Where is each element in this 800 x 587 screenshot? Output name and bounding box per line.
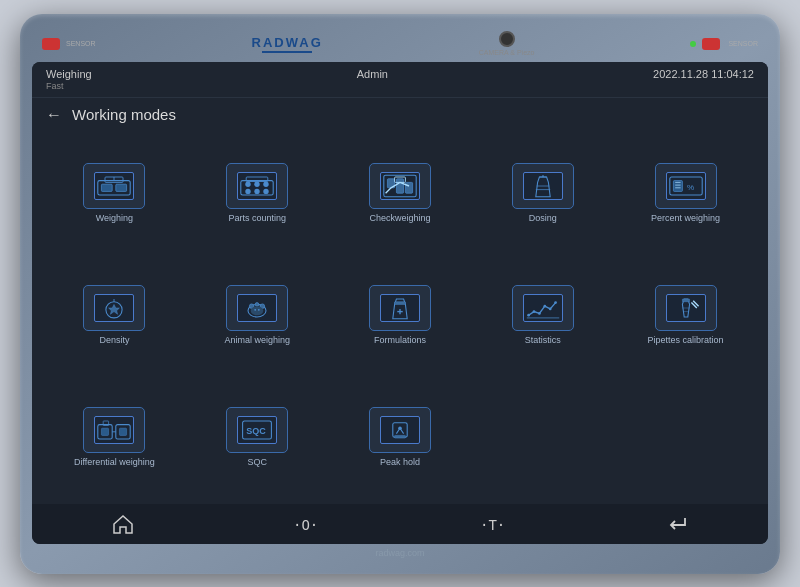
screen-header: Weighing Fast Admin 2022.11.28 11:04:12 [32,62,768,98]
svg-point-40 [527,314,530,317]
mode-icon-differential [83,407,145,453]
sensor-indicator-right [702,38,720,50]
svg-point-8 [263,182,268,187]
svg-rect-3 [102,184,113,191]
svg-point-41 [532,310,535,313]
mode-checkweighing[interactable]: Checkweighing [332,136,469,252]
mode-differential[interactable]: Differential weighing [46,380,183,496]
modes-grid: Weighing [32,132,768,504]
mode-formulations[interactable]: Formulations [332,258,469,374]
mode-label-dosing: Dosing [529,213,557,224]
header-datetime: 2022.11.28 11:04:12 [653,68,754,80]
header-left: Weighing Fast [46,68,92,91]
svg-point-43 [543,305,546,308]
brand-logo: RADWAG [252,35,323,50]
svg-text:·O·: ·O· [293,517,318,533]
mode-icon-formulations [369,285,431,331]
svg-point-10 [254,189,259,194]
mode-icon-peak [369,407,431,453]
svg-point-45 [554,301,557,304]
mode-label-animal: Animal weighing [224,335,290,346]
svg-point-33 [255,303,259,307]
mode-label-parts: Parts counting [228,213,286,224]
page-title: Working modes [72,106,176,123]
mode-label-sqc: SQC [247,457,267,468]
svg-point-44 [549,308,552,311]
mode-label-density: Density [99,335,129,346]
svg-point-11 [263,189,268,194]
svg-rect-15 [396,179,403,193]
svg-point-6 [245,182,250,187]
mode-label-formulations: Formulations [374,335,426,346]
svg-text:·T·: ·T· [480,517,505,533]
screen-title-bar: ← Working modes [32,98,768,132]
mode-icon-parts [226,163,288,209]
device-frame: SENSOR RADWAG CAMERA & Piezo SENSOR Weig… [20,14,780,574]
mode-label-percent: Percent weighing [651,213,720,224]
svg-point-59 [398,426,402,430]
camera-area: CAMERA & Piezo [479,31,535,56]
mode-sqc[interactable]: SQC SQC [189,380,326,496]
mode-icon-pipettes [655,285,717,331]
left-indicator: SENSOR [42,38,96,50]
camera-label: CAMERA & Piezo [479,49,535,56]
mode-label-statistics: Statistics [525,335,561,346]
device-bottom: radwag.com [375,544,424,562]
website-label: radwag.com [375,548,424,558]
logo-area: RADWAG [252,35,323,53]
svg-rect-47 [682,299,689,302]
mode-density[interactable]: Density [46,258,183,374]
svg-rect-4 [116,184,127,191]
mode-icon-density [83,285,145,331]
indicator-green [690,41,696,47]
svg-point-7 [254,182,259,187]
svg-text:%: % [686,184,693,193]
back-button[interactable]: ← [46,106,62,124]
mode-icon-sqc: SQC [226,407,288,453]
mode-animal[interactable]: Animal weighing [189,258,326,374]
mode-icon-dosing [512,163,574,209]
mode-label-peak: Peak hold [380,457,420,468]
mode-percent[interactable]: % Percent weighing [617,136,754,252]
mode-statistics[interactable]: Statistics [474,258,611,374]
mode-dosing[interactable]: Dosing [474,136,611,252]
svg-rect-60 [395,435,406,438]
sensor-label-left: SENSOR [66,40,96,47]
right-indicators: SENSOR [690,38,758,50]
svg-point-9 [245,189,250,194]
logo-underline [262,51,312,53]
mode-label-pipettes: Pipettes calibration [648,335,724,346]
svg-rect-37 [395,302,406,305]
screen: Weighing Fast Admin 2022.11.28 11:04:12 … [32,62,768,544]
svg-text:SQC: SQC [246,427,266,437]
mode-icon-statistics [512,285,574,331]
svg-point-42 [538,312,541,315]
svg-rect-16 [405,182,412,193]
mode-weighing[interactable]: Weighing [46,136,183,252]
svg-point-34 [251,306,264,315]
mode-label: Weighing [46,68,92,80]
svg-point-36 [258,309,260,311]
header-user: Admin [357,68,388,80]
sensor-indicator-left [42,38,60,50]
mode-sub: Fast [46,81,92,91]
mode-icon-check [369,163,431,209]
nav-home-button[interactable] [92,509,154,539]
svg-rect-53 [120,428,127,435]
svg-rect-52 [102,428,109,435]
mode-parts-counting[interactable]: Parts counting [189,136,326,252]
svg-point-35 [254,309,256,311]
mode-peak[interactable]: Peak hold [332,380,469,496]
mode-pipettes[interactable]: Pipettes calibration [617,258,754,374]
nav-enter-button[interactable] [647,509,709,539]
mode-label-differential: Differential weighing [74,457,155,468]
mode-label-check: Checkweighing [369,213,430,224]
mode-label-weighing: Weighing [96,213,133,224]
sensor-label-right: SENSOR [728,40,758,47]
mode-icon-animal [226,285,288,331]
nav-tare-button[interactable]: ·T· [460,509,528,539]
mode-icon-weighing [83,163,145,209]
mode-icon-percent: % [655,163,717,209]
bottom-nav: ·O· ·T· [32,504,768,544]
nav-zero-button[interactable]: ·O· [273,509,341,539]
